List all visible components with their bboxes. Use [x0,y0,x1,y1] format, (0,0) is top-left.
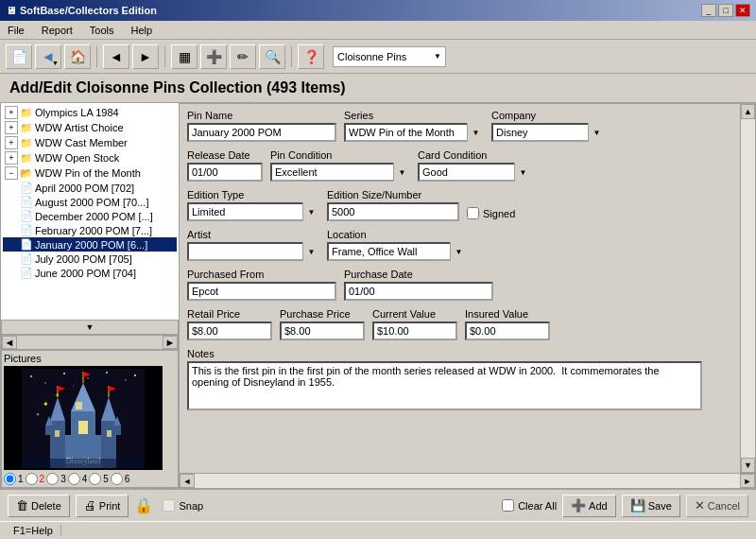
tree-expand-icon[interactable]: − [5,166,18,180]
tree-item[interactable]: +📁WDW Cast Member [3,135,177,150]
clear-all-label: Clear All [518,500,557,512]
toolbar-back-button[interactable]: ◄ ▼ [35,44,61,69]
dropdown-value: Cloisonne Pins [337,51,406,62]
nav-radio-1[interactable] [4,473,16,485]
current-value-label: Current Value [372,308,457,320]
insured-value-input[interactable] [465,322,550,340]
add-button[interactable]: ➕ Add [562,495,616,517]
release-date-input[interactable] [187,163,263,182]
location-select[interactable]: Frame, Office Wall [327,242,467,261]
pin-condition-group: Pin Condition Excellent ▼ [270,149,410,182]
tree-view[interactable]: +📁Olympics LA 1984+📁WDW Artist Choice+📁W… [1,103,179,320]
status-bar: F1=Help [0,521,756,538]
company-select[interactable]: Disney [491,123,605,142]
edition-size-group: Edition Size/Number [327,189,459,221]
h-scroll-right[interactable]: ► [163,336,178,349]
toolbar-grid-button[interactable]: ▦ [171,44,198,69]
notes-textarea[interactable]: This is the first pin in the first pin o… [187,361,702,410]
h-scroll-left-button[interactable]: ◄ [180,474,195,488]
svg-rect-19 [45,426,53,435]
tree-item[interactable]: 📄February 2000 POM [7...] [3,223,177,237]
h-scroll-right-button[interactable]: ► [740,474,755,488]
tree-item-icon: 📄 [20,238,33,251]
tree-expand-icon[interactable]: + [5,121,18,134]
tree-expand-icon[interactable]: + [5,136,18,149]
tree-item[interactable]: +📁Olympics LA 1984 [3,105,177,120]
toolbar-home-button[interactable]: 🏠 [64,44,91,69]
pin-condition-select[interactable]: Excellent [270,163,410,182]
tree-item[interactable]: +📁WDW Open Stock [3,150,177,165]
pin-name-input[interactable] [187,123,336,142]
delete-button[interactable]: 🗑 Delete [8,495,70,517]
purchase-price-input[interactable] [280,322,365,340]
save-button[interactable]: 💾 Save [622,495,680,517]
delete-label: Delete [31,500,61,512]
menu-report[interactable]: Report [38,24,77,37]
svg-point-3 [63,373,65,374]
artist-label: Artist [187,229,319,240]
nav-radio-4[interactable] [68,473,80,485]
card-condition-group: Card Condition Good ▼ [418,149,531,182]
pin-condition-select-wrapper: Excellent ▼ [270,163,410,182]
toolbar-prev-button[interactable]: ◄ [103,44,129,69]
menu-file[interactable]: File [4,24,28,37]
tree-expand-icon[interactable]: + [5,151,18,165]
series-select[interactable]: WDW Pin of the Month [344,123,484,142]
edition-size-input[interactable] [327,202,459,221]
tree-expand-icon[interactable]: + [5,106,18,119]
tree-item[interactable]: 📄June 2000 POM [704] [3,266,177,280]
tree-item-icon: 📄 [20,252,33,265]
tree-item[interactable]: 📄December 2000 POM [...] [3,209,177,223]
toolbar-next-button[interactable]: ► [132,44,159,69]
purchased-from-input[interactable] [187,282,336,301]
tree-item[interactable]: −📂WDW Pin of the Month [3,165,177,181]
edition-type-select[interactable]: Limited [187,202,319,221]
company-group: Company Disney ▼ [491,110,605,142]
toolbar-question-button[interactable]: ❓ [298,44,324,69]
toolbar-find-button[interactable]: 🔍 [259,44,285,69]
tree-h-scroll[interactable]: ◄ ► [1,335,179,350]
signed-checkbox[interactable] [467,207,479,219]
purchase-date-label: Purchase Date [344,269,493,280]
tree-scroll-down[interactable]: ▼ [1,320,179,335]
nav-radio-2[interactable] [26,473,38,485]
maximize-button[interactable]: □ [718,4,733,17]
tree-item-icon: 📁 [20,107,33,119]
minimize-button[interactable]: _ [701,4,716,17]
card-condition-select[interactable]: Good [418,163,531,182]
purchase-date-input[interactable] [344,282,493,301]
nav-radio-3[interactable] [46,473,59,485]
clear-all-checkbox[interactable] [502,499,514,512]
tree-item[interactable]: +📁WDW Artist Choice [3,120,177,135]
menu-help[interactable]: Help [127,24,156,37]
artist-select-wrapper: ▼ [187,242,319,261]
series-group: Series WDW Pin of the Month ▼ [344,110,484,142]
bottom-bar: 🗑 Delete 🖨 Print 🔒 Snap Clear All ➕ Add … [0,489,756,521]
artist-select[interactable] [187,242,319,261]
close-button[interactable]: ✕ [735,4,750,17]
h-scroll-left[interactable]: ◄ [2,336,17,349]
current-value-input[interactable] [372,322,457,340]
print-button[interactable]: 🖨 Print [76,495,129,517]
tree-item[interactable]: 📄August 2000 POM [70...] [3,195,177,209]
cancel-icon: ✕ [695,498,705,513]
nav-radio-5[interactable] [89,473,101,485]
tree-item[interactable]: 📄January 2000 POM [6...] [3,237,177,252]
nav-label-3: 3 [60,474,66,484]
clear-all-group: Clear All [502,499,557,512]
svg-point-4 [87,377,89,379]
nav-radio-6[interactable] [111,473,123,485]
menu-tools[interactable]: Tools [86,24,118,37]
toolbar-new-button[interactable]: 📄 [6,44,32,69]
toolbar-add-button[interactable]: ➕ [200,44,227,69]
toolbar-edit-button[interactable]: ✏ [230,44,256,69]
v-scroll-up-button[interactable]: ▲ [741,104,755,119]
toolbar-collection-dropdown[interactable]: Cloisonne Pins ▼ [333,46,446,67]
insured-value-group: Insured Value [465,308,550,340]
v-scroll-down-button[interactable]: ▼ [741,458,755,473]
tree-item-label: WDW Open Stock [35,152,119,164]
retail-price-input[interactable] [187,322,272,340]
tree-item[interactable]: 📄April 2000 POM [702] [3,181,177,195]
cancel-button[interactable]: ✕ Cancel [686,495,748,517]
tree-item[interactable]: 📄July 2000 POM [705] [3,252,177,266]
